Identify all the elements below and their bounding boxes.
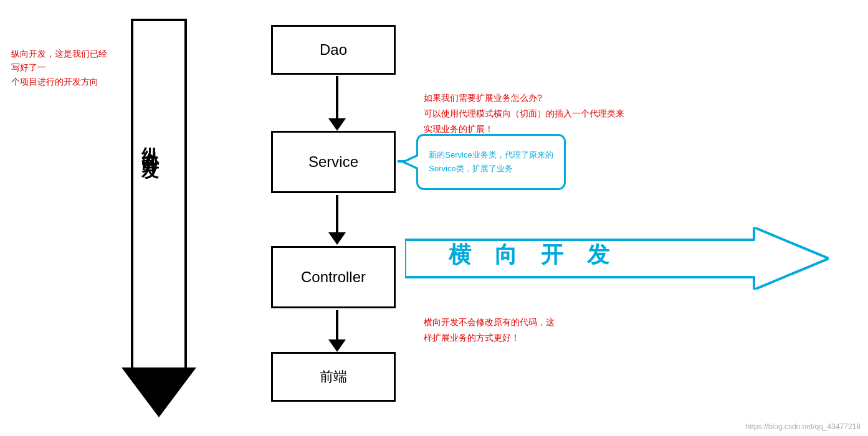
callout-text: 新的Service业务类，代理了原来的 Service类，扩展了业务 [429, 148, 553, 176]
dao-box: Dao [271, 25, 396, 75]
bottom-annotation: 横向开发不会修改原有的代码，这 样扩展业务的方式更好！ [424, 315, 555, 346]
vertical-arrow-head [122, 367, 196, 417]
watermark-text: https://blog.csdn.net/qq_43477218 [746, 422, 861, 431]
horizontal-label-text: 横 向 开 发 [449, 242, 618, 267]
arrow-dao-service [328, 76, 346, 131]
arrow-head-3 [328, 339, 346, 352]
arrow-controller-frontend [328, 310, 346, 352]
red-note-line2: 可以使用代理模式横向（切面）的插入一个代理类来 [424, 106, 624, 121]
vertical-label-text: 纵向开发 [138, 133, 161, 153]
red-note-line1: 如果我们需要扩展业务怎么办? [424, 90, 624, 106]
watermark: https://blog.csdn.net/qq_43477218 [746, 422, 861, 431]
arrow-head-1 [328, 118, 346, 131]
service-box: Service [271, 131, 396, 193]
topleft-annotation: 纵向开发，这是我们已经写好了一 个项目进行的开发方向 [11, 47, 111, 88]
frontend-box: 前端 [271, 352, 396, 402]
frontend-label: 前端 [320, 367, 347, 386]
callout-line2: Service类，扩展了业务 [429, 164, 512, 173]
bottom-note-line2: 样扩展业务的方式更好！ [424, 330, 555, 346]
callout-line1: 新的Service业务类，代理了原来的 [429, 150, 553, 159]
dao-label: Dao [320, 41, 347, 59]
topleft-line1: 纵向开发，这是我们已经写好了一 [11, 49, 107, 72]
arrow-service-controller [328, 195, 346, 245]
controller-box: Controller [271, 246, 396, 308]
main-canvas: 纵向开发，这是我们已经写好了一 个项目进行的开发方向 纵向开发 Dao Serv… [0, 0, 868, 436]
bottom-note-line1: 横向开发不会修改原有的代码，这 [424, 315, 555, 330]
horizontal-label: 横 向 开 发 [449, 240, 618, 270]
arrow-line-1 [336, 76, 338, 118]
arrow-line-3 [336, 310, 338, 339]
topleft-line2: 个项目进行的开发方向 [11, 77, 98, 87]
callout-bubble: 新的Service业务类，代理了原来的 Service类，扩展了业务 [416, 134, 566, 190]
vertical-label: 纵向开发 [128, 19, 171, 268]
service-label: Service [308, 153, 358, 171]
red-annotation-top: 如果我们需要扩展业务怎么办? 可以使用代理模式横向（切面）的插入一个代理类来 实… [424, 90, 624, 138]
arrow-head-2 [328, 232, 346, 245]
controller-label: Controller [301, 268, 366, 286]
arrow-line-2 [336, 195, 338, 232]
